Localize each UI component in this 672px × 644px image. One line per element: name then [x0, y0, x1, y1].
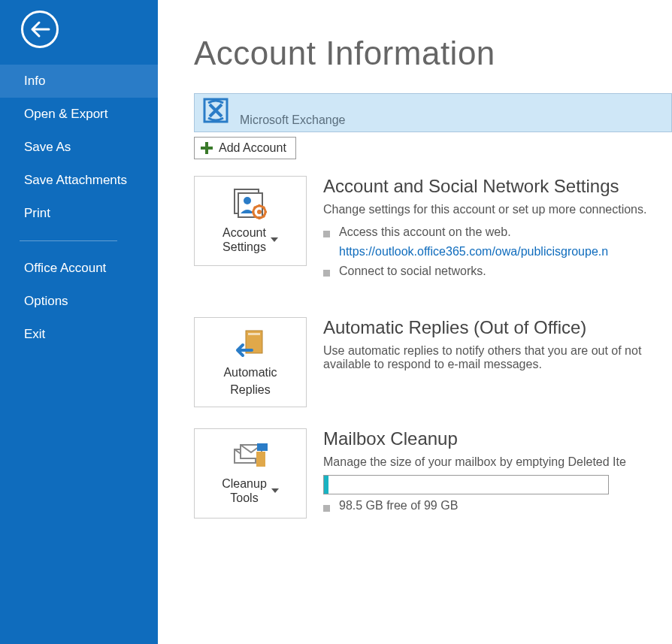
sidebar-item-label: Save As [24, 140, 71, 154]
sidebar-item-open-export[interactable]: Open & Export [0, 98, 158, 131]
owa-link[interactable]: https://outlook.office365.com/owa/public… [339, 245, 608, 259]
storage-bar-fill [324, 476, 328, 494]
sidebar-item-office-account[interactable]: Office Account [0, 252, 158, 285]
storage-text-row: 98.5 GB free of 99 GB [323, 499, 672, 512]
chevron-down-icon [271, 488, 279, 493]
storage-text: 98.5 GB free of 99 GB [339, 499, 458, 512]
account-type-label: Microsoft Exchange [240, 113, 346, 127]
sidebar-item-label: Options [24, 294, 68, 308]
bullet-access-web: Access this account on the web. [323, 222, 672, 242]
cleanup-tools-button-label: Cleanup Tools [222, 476, 279, 505]
account-settings-title: Account and Social Network Settings [323, 176, 672, 197]
storage-bar [323, 475, 609, 494]
account-settings-bullets: Access this account on the web. https://… [323, 222, 672, 281]
sidebar-separator [20, 240, 117, 241]
back-button[interactable] [21, 11, 59, 48]
account-settings-button[interactable]: Account Settings [194, 176, 307, 266]
square-bullet-icon [323, 505, 330, 512]
sidebar-item-options[interactable]: Options [0, 285, 158, 318]
auto-replies-body: Automatic Replies (Out of Office) Use au… [307, 317, 672, 407]
mailbox-cleanup-desc: Manage the size of your mailbox by empty… [323, 455, 672, 469]
account-settings-body: Account and Social Network Settings Chan… [307, 176, 672, 281]
add-account-button[interactable]: Add Account [194, 137, 296, 159]
automatic-replies-button[interactable]: Automatic Replies [194, 317, 307, 407]
square-bullet-icon [323, 270, 330, 277]
auto-replies-title: Automatic Replies (Out of Office) [323, 317, 672, 338]
svg-point-5 [257, 210, 262, 214]
auto-replies-desc: Use automatic replies to notify others t… [323, 344, 672, 371]
page-title: Account Information [194, 35, 672, 72]
section-auto-replies: Automatic Replies Automatic Replies (Out… [194, 317, 672, 407]
sidebar-item-info[interactable]: Info [0, 65, 158, 98]
section-account-settings: Account Settings Account and Social Netw… [194, 176, 672, 281]
plus-icon [201, 142, 213, 154]
main-content: Account Information Microsoft Exchange A… [158, 0, 672, 644]
sidebar-item-print[interactable]: Print [0, 197, 158, 230]
chevron-down-icon [271, 237, 278, 242]
sidebar-item-label: Print [24, 206, 50, 220]
cleanup-tools-icon [232, 442, 269, 472]
bullet-owa-link: https://outlook.office365.com/owa/public… [323, 242, 672, 262]
sidebar-item-label: Save Attachments [24, 173, 127, 187]
arrow-left-icon [29, 20, 50, 38]
mailbox-cleanup-title: Mailbox Cleanup [323, 428, 672, 449]
bullet-social-networks: Connect to social networks. [323, 262, 672, 281]
sidebar-item-label: Exit [24, 327, 45, 341]
sidebar-item-save-as[interactable]: Save As [0, 131, 158, 164]
sidebar-item-label: Info [24, 74, 45, 88]
sidebar-item-exit[interactable]: Exit [0, 318, 158, 351]
account-settings-icon [232, 188, 269, 221]
automatic-replies-icon [234, 328, 267, 361]
mailbox-cleanup-body: Mailbox Cleanup Manage the size of your … [307, 428, 672, 519]
sidebar: Info Open & Export Save As Save Attachme… [0, 0, 158, 644]
app-root: Info Open & Export Save As Save Attachme… [0, 0, 672, 644]
sidebar-item-save-attachments[interactable]: Save Attachments [0, 164, 158, 197]
account-settings-desc: Change settings for this account or set … [323, 203, 672, 216]
add-account-label: Add Account [219, 141, 286, 155]
square-bullet-icon [323, 231, 330, 237]
cleanup-tools-button[interactable]: Cleanup Tools [194, 428, 307, 519]
sidebar-item-label: Open & Export [24, 107, 108, 121]
svg-rect-7 [248, 333, 260, 335]
sidebar-item-label: Office Account [24, 261, 106, 275]
svg-rect-10 [257, 443, 268, 451]
svg-point-3 [244, 197, 251, 204]
account-settings-button-label: Account Settings [222, 225, 278, 254]
automatic-replies-button-label: Automatic Replies [223, 365, 277, 397]
exchange-icon [202, 97, 229, 124]
section-mailbox-cleanup: Cleanup Tools Mailbox Cleanup Manage the… [194, 428, 672, 519]
account-dropdown[interactable]: Microsoft Exchange [194, 93, 672, 132]
